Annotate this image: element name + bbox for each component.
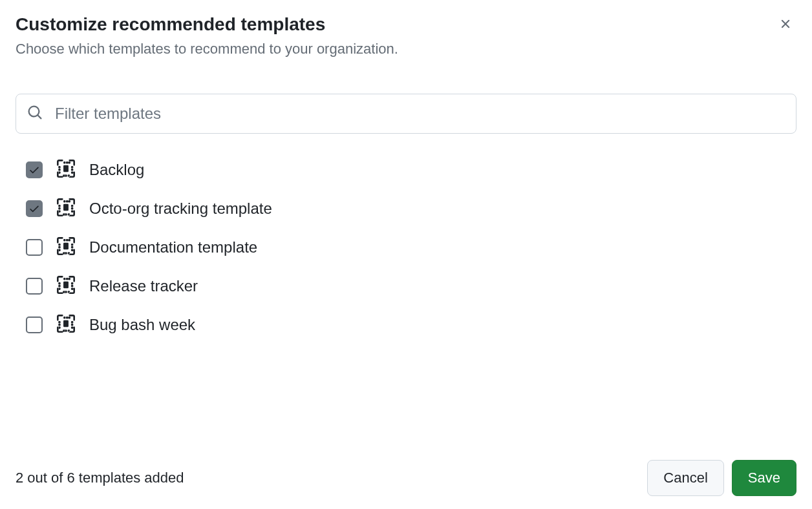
template-row-backlog[interactable]: Backlog [26, 160, 796, 180]
template-label: Bug bash week [89, 316, 195, 334]
template-label: Octo-org tracking template [89, 200, 272, 218]
checkbox-unchecked[interactable] [26, 317, 43, 333]
template-row-documentation[interactable]: Documentation template [26, 237, 796, 258]
close-button[interactable] [775, 13, 796, 37]
project-template-icon [57, 198, 75, 219]
search-wrapper [16, 94, 796, 134]
project-template-icon [57, 237, 75, 258]
project-template-icon [57, 160, 75, 180]
template-list: Backlog Octo-org tracking template Docum… [16, 160, 796, 447]
template-label: Backlog [89, 161, 144, 179]
save-button[interactable]: Save [732, 460, 796, 496]
customize-templates-dialog: Customize recommended templates Choose w… [0, 0, 812, 509]
template-row-release-tracker[interactable]: Release tracker [26, 276, 796, 296]
project-template-icon [57, 315, 75, 335]
dialog-header: Customize recommended templates [16, 13, 796, 37]
checkbox-checked[interactable] [26, 200, 43, 217]
footer-buttons: Cancel Save [647, 460, 796, 496]
template-label: Release tracker [89, 277, 198, 295]
template-label: Documentation template [89, 238, 257, 256]
cancel-button[interactable]: Cancel [647, 460, 723, 496]
close-icon [778, 17, 793, 33]
dialog-footer: 2 out of 6 templates added Cancel Save [16, 447, 796, 496]
template-row-bug-bash[interactable]: Bug bash week [26, 315, 796, 335]
checkbox-unchecked[interactable] [26, 278, 43, 295]
dialog-subtitle: Choose which templates to recommend to y… [16, 41, 796, 57]
filter-templates-input[interactable] [16, 94, 796, 134]
checkbox-unchecked[interactable] [26, 239, 43, 256]
dialog-title: Customize recommended templates [16, 13, 325, 36]
template-row-octo-org[interactable]: Octo-org tracking template [26, 198, 796, 219]
templates-count-status: 2 out of 6 templates added [16, 470, 184, 486]
checkbox-checked[interactable] [26, 161, 43, 178]
project-template-icon [57, 276, 75, 296]
